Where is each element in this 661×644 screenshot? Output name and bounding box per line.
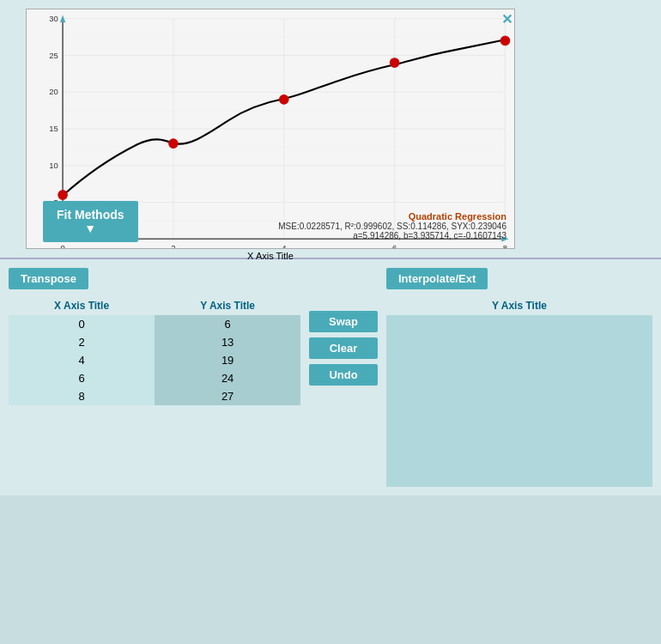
svg-point-32 [58,191,68,200]
y-column-header: Y Axis Title [155,296,300,315]
y-cell: 6 [155,315,300,333]
table-row: 419 [9,351,300,369]
chart-section: Y Axis Title [0,0,661,259]
table-row: 06 [9,315,300,333]
svg-text:0: 0 [60,243,64,248]
y-cell: 19 [155,351,300,369]
table-row: 827 [9,387,300,405]
svg-point-34 [280,94,289,104]
regression-info: Quadratic Regression MSE:0.0228571, R²:0… [278,211,506,240]
x-cell: 6 [9,369,155,387]
clear-button[interactable]: Clear [309,337,378,359]
right-panel: Interpolate/Ext Y Axis Title [386,268,652,487]
svg-text:4: 4 [282,243,287,248]
table-row [386,315,652,487]
regression-type: Quadratic Regression [278,211,506,222]
chart-container: Y Axis Title [26,9,515,249]
svg-text:6: 6 [392,243,397,248]
data-table: X Axis Title Y Axis Title 06213419624827 [9,296,300,405]
table-row: 624 [9,369,300,387]
left-panel: Transpose X Axis Title Y Axis Title 0621… [9,268,300,487]
regression-equation: a=5.914286, b=3.935714, c=-0.1607143 [278,231,506,240]
interpolate-button[interactable]: Interpolate/Ext [386,268,488,289]
y-cell: 13 [155,333,300,351]
svg-text:25: 25 [49,51,58,60]
x-cell: 4 [9,351,155,369]
svg-text:30: 30 [49,14,58,23]
right-y-column-header: Y Axis Title [386,296,652,315]
y-cell: 27 [155,387,300,405]
svg-point-36 [500,36,510,46]
table-row: 213 [9,333,300,351]
svg-text:15: 15 [49,124,58,133]
svg-text:20: 20 [49,87,58,96]
undo-button[interactable]: Undo [309,364,378,386]
x-cell: 2 [9,333,155,351]
x-axis-label: X Axis Title [26,251,515,261]
fit-methods-button[interactable]: Fit Methods ▼ [43,201,138,242]
swap-button[interactable]: Swap [309,311,378,332]
svg-text:2: 2 [171,243,175,248]
x-column-header: X Axis Title [9,296,155,315]
transpose-button[interactable]: Transpose [9,268,88,289]
svg-text:10: 10 [49,161,58,170]
close-icon[interactable]: ✕ [501,11,512,27]
svg-point-35 [390,58,399,68]
x-cell: 8 [9,387,155,405]
middle-buttons: Swap Clear Undo [309,268,378,487]
regression-stats-line1: MSE:0.0228571, R²:0.999602, SS:0.114286,… [278,222,506,231]
svg-text:8: 8 [503,243,507,248]
svg-point-33 [169,139,179,149]
right-table: Y Axis Title [386,296,652,487]
x-cell: 0 [9,315,155,333]
y-cell: 24 [155,369,300,387]
bottom-section: Transpose X Axis Title Y Axis Title 0621… [0,259,661,495]
